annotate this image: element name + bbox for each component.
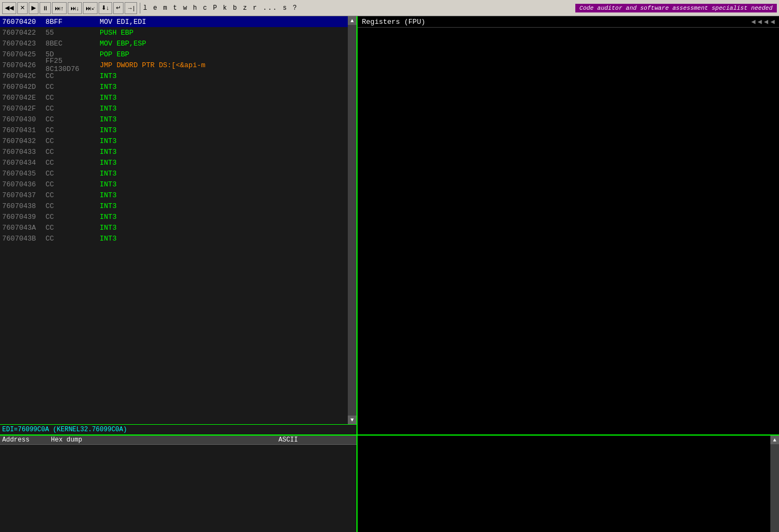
disasm-bytes: CC bbox=[46, 159, 100, 167]
toolbar-pause[interactable]: ⏸ bbox=[40, 2, 51, 14]
stack-scroll-up[interactable]: ▲ bbox=[770, 436, 779, 444]
disasm-mnemonic: INT3 bbox=[100, 126, 346, 134]
disasm-row[interactable]: 76070434CCINT3 bbox=[0, 157, 348, 168]
disasm-address: 76070422 bbox=[2, 29, 46, 37]
disasm-bytes: 55 bbox=[46, 29, 100, 37]
disasm-bytes: CC bbox=[46, 83, 100, 91]
scroll-down-arrow[interactable]: ▼ bbox=[348, 416, 356, 424]
hex-col-addr-header: Address bbox=[2, 436, 51, 444]
disasm-row[interactable]: 76070432CCINT3 bbox=[0, 135, 348, 146]
toolbar-play[interactable]: ▶ bbox=[29, 2, 38, 14]
registers-panel: Registers (FPU) ◀ ◀ ◀ ◀ bbox=[358, 16, 779, 434]
reg-arrow-left1[interactable]: ◀ bbox=[751, 17, 756, 26]
disasm-bytes: CC bbox=[46, 72, 100, 80]
disasm-row[interactable]: 760704238BECMOV EBP,ESP bbox=[0, 38, 348, 49]
disasm-address: 76070436 bbox=[2, 180, 46, 189]
disasm-row[interactable]: 7607042DCCINT3 bbox=[0, 81, 348, 92]
disasm-row[interactable]: 7607042ECCINT3 bbox=[0, 92, 348, 103]
disasm-row[interactable]: 7607042FCCINT3 bbox=[0, 103, 348, 114]
hex-col-ascii-header: ASCII bbox=[278, 436, 354, 444]
disasm-row[interactable]: 76070430CCINT3 bbox=[0, 114, 348, 125]
registers-title: Registers (FPU) bbox=[362, 18, 425, 26]
disasm-row[interactable]: 76070426FF25 8C130D76JMP DWORD PTR DS:[<… bbox=[0, 60, 348, 70]
hex-header: Address Hex dump ASCII bbox=[0, 436, 356, 445]
toolbar-separator bbox=[140, 3, 140, 14]
disasm-mnemonic: INT3 bbox=[100, 159, 346, 167]
toolbar-rewind[interactable]: ◀◀ bbox=[2, 2, 16, 14]
disasm-mnemonic: INT3 bbox=[100, 202, 346, 210]
disasm-address: 76070425 bbox=[2, 50, 46, 59]
reg-arrow-left4[interactable]: ◀ bbox=[770, 17, 775, 26]
disasm-row[interactable]: 76070436CCINT3 bbox=[0, 179, 348, 190]
disasm-address: 7607043A bbox=[2, 224, 46, 232]
disasm-row[interactable]: 760704208BFFMOV EDI,EDI bbox=[0, 16, 348, 27]
registers-content bbox=[358, 28, 779, 434]
disasm-bytes: CC bbox=[46, 137, 100, 145]
toolbar-trace[interactable]: →| bbox=[125, 2, 138, 14]
toolbar-execute[interactable]: ↵ bbox=[113, 2, 124, 14]
disasm-row[interactable]: 7607043ACCINT3 bbox=[0, 222, 348, 233]
registers-header: Registers (FPU) ◀ ◀ ◀ ◀ bbox=[358, 16, 779, 28]
toolbar-run-to[interactable]: ⬇↓ bbox=[99, 2, 112, 14]
disasm-row[interactable]: 76070439CCINT3 bbox=[0, 211, 348, 222]
reg-arrow-left2[interactable]: ◀ bbox=[758, 17, 762, 26]
disasm-row[interactable]: 76070437CCINT3 bbox=[0, 190, 348, 200]
disasm-address: 76070431 bbox=[2, 126, 46, 134]
disasm-wrapper: 760704208BFFMOV EDI,EDI7607042255PUSH EB… bbox=[0, 16, 356, 424]
disasm-row[interactable]: 76070435CCINT3 bbox=[0, 168, 348, 179]
disasm-bytes: CC bbox=[46, 180, 100, 189]
disasm-row[interactable]: 76070433CCINT3 bbox=[0, 146, 348, 157]
disasm-bytes: CC bbox=[46, 213, 100, 221]
toolbar-step-into[interactable]: ⏭↑ bbox=[52, 2, 67, 14]
scroll-up-arrow[interactable]: ▲ bbox=[348, 16, 356, 25]
main-layout: 760704208BFFMOV EDI,EDI7607042255PUSH EB… bbox=[0, 16, 779, 434]
disasm-address: 76070438 bbox=[2, 202, 46, 210]
toolbar-stop[interactable]: ✕ bbox=[17, 2, 28, 14]
toolbar-step-out[interactable]: ⏭↙ bbox=[83, 2, 98, 14]
disasm-address: 76070430 bbox=[2, 115, 46, 124]
disasm-mnemonic: INT3 bbox=[100, 137, 346, 145]
stack-scrollbar[interactable]: ▲ ▼ bbox=[770, 436, 779, 532]
toolbar-ad-banner: Code auditor and software assessment spe… bbox=[575, 4, 777, 12]
toolbar-step-over[interactable]: ⏭↓ bbox=[68, 2, 82, 14]
disasm-address: 7607042C bbox=[2, 72, 46, 80]
registers-nav: ◀ ◀ ◀ ◀ bbox=[751, 17, 775, 26]
disasm-bytes: CC bbox=[46, 126, 100, 134]
disasm-mnemonic: POP EBP bbox=[100, 50, 346, 59]
hex-col-dump-header: Hex dump bbox=[51, 436, 278, 444]
disasm-address: 76070426 bbox=[2, 61, 46, 69]
reg-arrow-left3[interactable]: ◀ bbox=[764, 17, 768, 26]
disasm-mnemonic: INT3 bbox=[100, 72, 346, 80]
disasm-row[interactable]: 7607042CCCINT3 bbox=[0, 70, 348, 81]
disasm-bytes: CC bbox=[46, 224, 100, 232]
disasm-bytes: CC bbox=[46, 94, 100, 102]
disasm-address: 76070437 bbox=[2, 191, 46, 199]
disasm-mnemonic: MOV EDI,EDI bbox=[100, 18, 346, 26]
disasm-bytes: CC bbox=[46, 105, 100, 113]
disassembly-panel: 760704208BFFMOV EDI,EDI7607042255PUSH EB… bbox=[0, 16, 358, 434]
toolbar-letters: l e m t w h c P k b z r ... s ? bbox=[143, 4, 297, 12]
disasm-mnemonic: INT3 bbox=[100, 235, 346, 243]
disasm-row[interactable]: 7607042255PUSH EBP bbox=[0, 27, 348, 38]
disasm-mnemonic: PUSH EBP bbox=[100, 29, 346, 37]
disasm-mnemonic: MOV EBP,ESP bbox=[100, 40, 346, 48]
disasm-row[interactable]: 76070431CCINT3 bbox=[0, 125, 348, 135]
disasm-row[interactable]: 7607043BCCINT3 bbox=[0, 233, 348, 244]
disasm-address: 76070434 bbox=[2, 159, 46, 167]
disasm-mnemonic: INT3 bbox=[100, 224, 346, 232]
disasm-mnemonic: INT3 bbox=[100, 213, 346, 221]
disasm-scrollbar[interactable]: ▲ ▼ bbox=[348, 16, 356, 424]
disasm-address: 7607042F bbox=[2, 105, 46, 113]
disasm-mnemonic: INT3 bbox=[100, 191, 346, 199]
hex-content bbox=[0, 445, 356, 532]
disasm-mnemonic: INT3 bbox=[100, 170, 346, 178]
disasm-address: 76070432 bbox=[2, 137, 46, 145]
disasm-address: 76070435 bbox=[2, 170, 46, 178]
disasm-bytes: CC bbox=[46, 202, 100, 210]
toolbar: ◀◀ ✕ ▶ ⏸ ⏭↑ ⏭↓ ⏭↙ ⬇↓ ↵ →| l e m t w h c … bbox=[0, 0, 779, 16]
disasm-mnemonic: INT3 bbox=[100, 148, 346, 156]
disasm-bytes: CC bbox=[46, 170, 100, 178]
disasm-row[interactable]: 76070438CCINT3 bbox=[0, 200, 348, 211]
disasm-mnemonic: INT3 bbox=[100, 105, 346, 113]
disasm-address: 76070433 bbox=[2, 148, 46, 156]
